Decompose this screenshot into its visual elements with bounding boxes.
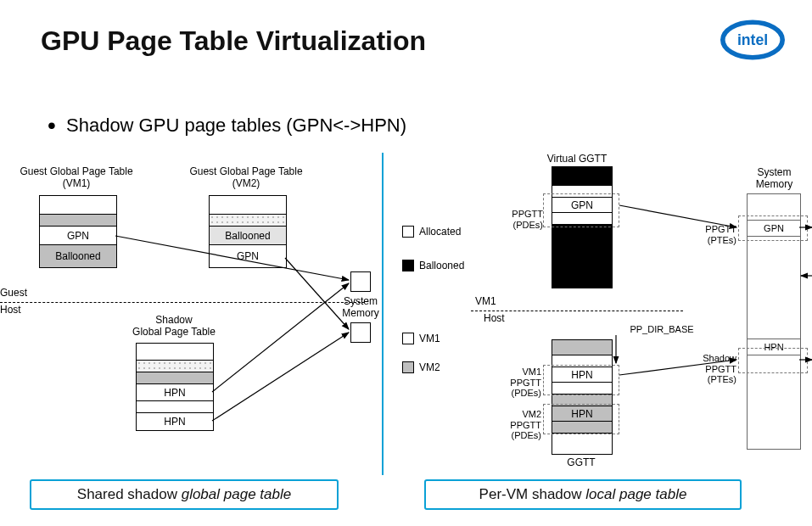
hggtt-row-blank3 [552,434,612,454]
legend-ballooned-swatch [402,260,414,271]
dashed-ppgtt-pdes-guest [543,193,619,227]
dashed-ppgtt-ptes-guest [738,215,808,241]
sysmem-cell-gap [748,237,800,339]
label-pp-dir-base: PP_DIR_BASE [619,324,704,335]
legend-ballooned-label: Ballooned [419,260,464,271]
arrows-left [0,0,382,475]
svg-line-5 [212,333,349,421]
caption-em-left: global page table [182,486,292,502]
dashed-shadow-ppgtt-ptes [738,348,808,373]
label-virtual-ggtt: Virtual GGTT [543,153,611,165]
table-host-ggtt: HPN HPN [552,339,613,455]
vggtt-row-black2 [552,225,612,288]
legend-vm2-label: VM2 [419,361,440,373]
label-sysmem-right: System Memory [747,166,802,191]
svg-line-2 [115,236,349,280]
label-vm1-ppgtt-pdes: VM1 PPGTT (PDEs) [499,367,541,399]
svg-line-3 [285,258,349,329]
vggtt-row-black1 [552,167,612,186]
caption-em-right: local page table [585,486,686,502]
label-host-right: Host [484,312,518,324]
legend-allocated-swatch [402,226,414,238]
legend-allocated-label: Allocated [419,226,461,238]
intel-logo: intel [719,17,787,63]
caption-per-vm-shadow: Per-VM shadow local page table [424,479,742,510]
legend-vm1-label: VM1 [419,333,440,344]
label-shadow-ppgtt-ptes: Shadow PPGTT (PTEs) [687,353,736,385]
table-virtual-ggtt: GPN [552,166,613,288]
label-ggtt: GGTT [560,456,602,468]
legend-vm1-swatch [402,333,414,344]
svg-text:intel: intel [737,31,768,48]
dash-vm1-host-right [471,311,683,311]
label-vm2-ppgtt-pdes: VM2 PPGTT (PDEs) [499,409,541,441]
label-ppgtt-pdes-guest: PPGTT (PDEs) [501,209,543,230]
svg-line-4 [212,283,349,392]
legend-vm2-swatch [402,361,414,373]
label-ppgtt-ptes-guest: PPGTT (PTEs) [694,224,736,245]
hggtt-row-grey1 [552,340,612,355]
dashed-vm1-ppgtt-pdes [543,365,619,395]
label-vm1-right: VM1 [475,295,509,307]
caption-shared-shadow: Shared shadow global page table [30,479,339,510]
dashed-vm2-ppgtt-pdes [543,404,619,434]
